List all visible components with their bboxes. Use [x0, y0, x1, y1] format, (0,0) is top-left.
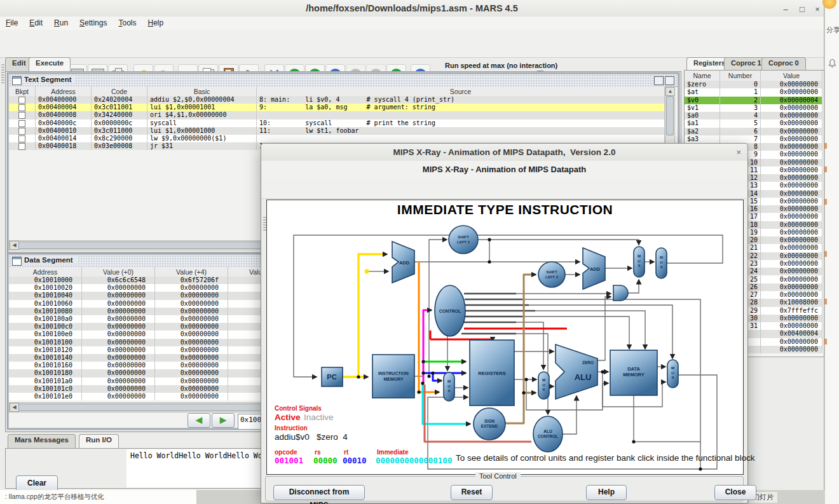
- reset-tool-button[interactable]: Reset: [451, 485, 493, 500]
- svg-text:X: X: [447, 389, 450, 393]
- text-segment-row[interactable]: 0x004000100x3c011000lui $1,0x0000100011:…: [9, 127, 665, 135]
- toolbar: 0101 ↶ ↷ ✂ ✎ ▶ ▶1 ◀1 ▮▮ ■ ↺ ? Run speed …: [0, 30, 824, 58]
- register-row[interactable]: $v130x00000000: [685, 104, 822, 112]
- menu-tools[interactable]: Tools: [113, 17, 142, 30]
- disconnect-button[interactable]: Disconnect from MIPS: [273, 485, 365, 500]
- svg-text:M: M: [542, 378, 545, 382]
- svg-text:M: M: [447, 379, 451, 383]
- svg-text:U: U: [542, 383, 545, 387]
- dialog-titlebar[interactable]: MIPS X-Ray - Animation of MIPS Datapath,…: [261, 144, 747, 161]
- and-gate: [613, 285, 628, 301]
- col-header[interactable]: Value: [761, 71, 822, 81]
- svg-text:M: M: [660, 255, 663, 259]
- data-next-button[interactable]: ▶: [212, 413, 235, 428]
- maximize-frame-icon[interactable]: [665, 76, 674, 85]
- col-header[interactable]: Basic: [147, 86, 257, 96]
- col-header[interactable]: Value (+0): [82, 267, 155, 276]
- svg-text:U: U: [671, 371, 674, 375]
- tab-run-io[interactable]: Run I/O: [79, 434, 119, 448]
- register-row[interactable]: $v020x00000004: [685, 97, 822, 104]
- scroll-marker: [824, 199, 827, 205]
- background-app-icon: [822, 0, 836, 9]
- toolbar-grip: [1, 63, 4, 83]
- svg-text:ADD: ADD: [399, 260, 410, 266]
- dialog-toolbar: ▶ 1: [261, 179, 747, 199]
- scroll-marker: [824, 251, 827, 257]
- menu-file[interactable]: File: [0, 17, 24, 30]
- breakpoint-checkbox[interactable]: [18, 143, 25, 150]
- window-title: /home/foxsen/Downloads/mips1.asm - MARS …: [0, 3, 824, 13]
- close-tool-button[interactable]: Close: [714, 485, 756, 500]
- title-bar[interactable]: /home/foxsen/Downloads/mips1.asm - MARS …: [0, 0, 824, 17]
- menu-run[interactable]: Run: [48, 17, 74, 30]
- col-header[interactable]: Name: [685, 71, 720, 81]
- menu-help[interactable]: Help: [142, 17, 169, 30]
- rs-label: rs: [315, 449, 320, 456]
- breakpoint-checkbox[interactable]: [18, 120, 25, 127]
- constant4-dot: [365, 269, 369, 274]
- text-segment-row[interactable]: 0x004000140x8c290000lw $9,0x00000000($1): [9, 135, 665, 142]
- registers-label: REGISTERS: [478, 371, 505, 376]
- svg-text:U: U: [660, 261, 662, 264]
- svg-text:LEFT 2: LEFT 2: [457, 240, 470, 244]
- maximize-button[interactable]: □: [797, 4, 807, 14]
- menu-settings[interactable]: Settings: [74, 17, 113, 30]
- rt-label: rt: [344, 449, 348, 456]
- svg-text:INSTRUCTION: INSTRUCTION: [378, 371, 409, 376]
- minimize-button[interactable]: –: [781, 4, 791, 14]
- svg-text:X: X: [671, 376, 674, 379]
- col-header[interactable]: Code: [92, 86, 147, 96]
- scroll-marker: [824, 167, 827, 172]
- tab-execute[interactable]: Execute: [29, 57, 71, 71]
- restore-icon[interactable]: [654, 76, 664, 85]
- register-row[interactable]: $a260x00000000: [685, 128, 822, 135]
- diagram-hint: To see details of control units and regi…: [456, 453, 755, 463]
- control-signals-label: Control Signals: [275, 405, 322, 412]
- rt-value: 00010: [343, 456, 367, 465]
- register-row[interactable]: $a370x00000000: [685, 135, 822, 143]
- text-segment-row[interactable]: 0x004000040x3c011001lui $1,0x000010019: …: [9, 104, 665, 111]
- col-header[interactable]: Bkpt: [9, 86, 36, 96]
- registers-header: NameNumberValue: [685, 71, 822, 81]
- col-header[interactable]: Address: [9, 267, 82, 276]
- breakpoint-checkbox[interactable]: [18, 135, 25, 142]
- text-segment-header: BkptAddressCodeBasicSource: [9, 86, 665, 97]
- register-row[interactable]: $a150x00000000: [685, 119, 822, 127]
- col-header[interactable]: Value (+4): [155, 267, 228, 276]
- svg-text:U: U: [447, 385, 450, 388]
- dialog-heading-bar: MIPS X-Ray - Animation of MIPS Datapath: [261, 161, 747, 179]
- scroll-marker: [824, 339, 827, 344]
- col-header[interactable]: Address: [36, 86, 92, 96]
- help-tool-button[interactable]: Help: [586, 485, 627, 500]
- dialog-heading: MIPS X-Ray - Animation of MIPS Datapath: [261, 165, 747, 174]
- pc-label: PC: [327, 373, 336, 381]
- dialog-close-button[interactable]: ×: [736, 147, 741, 157]
- breakpoint-checkbox[interactable]: [18, 112, 25, 119]
- col-header[interactable]: Source: [257, 86, 665, 96]
- breakpoint-checkbox[interactable]: [18, 128, 25, 135]
- menu-edit[interactable]: Edit: [24, 17, 48, 30]
- opcode-label: opcode: [275, 449, 297, 456]
- text-segment-row[interactable]: 0x004000080x34240000ori $4,$1,0x00000000: [9, 111, 665, 119]
- data-segment-title: Data Segment: [23, 256, 77, 264]
- register-row[interactable]: $a040x00000000: [685, 112, 822, 119]
- breakpoint-checkbox[interactable]: [18, 97, 25, 104]
- tab-coproc0[interactable]: Coproc 0: [761, 57, 806, 71]
- rs-value: 00000: [313, 456, 338, 465]
- col-header[interactable]: Number: [720, 71, 761, 81]
- svg-text:M: M: [671, 366, 674, 370]
- close-button[interactable]: ×: [812, 4, 822, 14]
- datapath-diagram[interactable]: IMMEDIATE TYPE INSTRUCTION: [266, 200, 744, 475]
- scroll-marker: [824, 299, 827, 304]
- register-row[interactable]: $zero00x00000000: [685, 81, 822, 88]
- breakpoint-checkbox[interactable]: [18, 104, 25, 111]
- text-segment-row[interactable]: 0x004000000x24020004addiu $2,$0,0x000000…: [9, 96, 665, 104]
- text-segment-row[interactable]: 0x0040000c0x0000000csyscall10: syscall #…: [9, 119, 665, 127]
- next-arrow-icon: ▶: [220, 415, 226, 425]
- opcode-value: 001001: [275, 456, 303, 465]
- register-row[interactable]: $at10x00000000: [685, 88, 822, 96]
- text-segment-titlebar[interactable]: Text Segment: [9, 74, 678, 87]
- tab-mars-messages[interactable]: Mars Messages: [8, 434, 76, 448]
- svg-text:LEFT 2: LEFT 2: [545, 275, 559, 279]
- data-prev-button[interactable]: ◀: [188, 413, 210, 428]
